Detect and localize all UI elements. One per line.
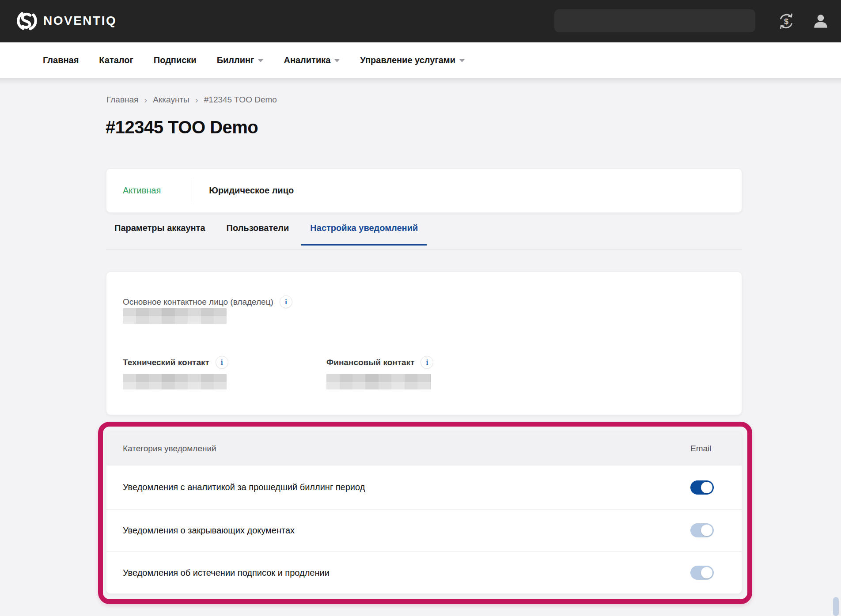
table-header-row: Категория уведомлений Email — [106, 432, 742, 465]
nav-item-label: Подписки — [154, 55, 197, 65]
notification-settings-table: Категория уведомлений Email Уведомления … — [106, 431, 742, 594]
currency-exchange-icon[interactable]: $ — [777, 11, 796, 31]
chevron-down-icon — [334, 59, 340, 62]
top-bar: NOVENTIQ $ — [0, 0, 841, 42]
tabs-underline-rule — [106, 249, 742, 249]
breadcrumb-home[interactable]: Главная — [106, 95, 138, 105]
technical-contact-label-text: Технический контакт — [123, 358, 209, 367]
account-status-card: Активная Юридическое лицо — [106, 168, 742, 213]
tab-users[interactable]: Пользователи — [218, 223, 298, 246]
chevron-down-icon — [258, 59, 263, 62]
contacts-card: Основное контактное лицо (владелец) i Те… — [106, 272, 742, 415]
nav-item-label: Главная — [43, 55, 79, 65]
nav-item-podpiski[interactable]: Подписки — [154, 55, 197, 65]
user-profile-icon[interactable] — [811, 11, 830, 31]
column-header-category: Категория уведомлений — [123, 432, 216, 465]
technical-contact-label: Технический контакт i — [123, 356, 228, 369]
breadcrumb-accounts[interactable]: Аккаунты — [153, 95, 189, 105]
notification-category-label: Уведомления с аналитикой за прошедший би… — [123, 465, 365, 509]
tab-notification-settings[interactable]: Настройка уведомлений — [301, 223, 427, 246]
chevron-down-icon — [459, 59, 465, 62]
nav-item-glavnaya[interactable]: Главная — [43, 55, 79, 65]
page-scrollbar-thumb[interactable] — [833, 597, 839, 616]
info-icon[interactable]: i — [280, 295, 292, 308]
info-icon[interactable]: i — [216, 356, 228, 369]
divider — [191, 178, 191, 204]
nav-item-label: Каталог — [99, 55, 133, 65]
svg-text:$: $ — [784, 17, 788, 26]
notification-category-label: Уведомления об истечении подписок и прод… — [123, 552, 330, 594]
info-icon[interactable]: i — [420, 356, 433, 369]
account-notifications-page: NOVENTIQ $ Главная Каталог Подписки Билл… — [0, 0, 841, 616]
owner-contact-label-text: Основное контактное лицо (владелец) — [123, 297, 273, 307]
financial-contact-label-text: Финансовый контакт — [326, 358, 414, 367]
table-row: Уведомления об истечении подписок и прод… — [106, 552, 742, 594]
financial-contact-label: Финансовый контакт i — [326, 356, 433, 369]
nav-item-analitika[interactable]: Аналитика — [284, 55, 340, 65]
technical-contact-redacted-value — [123, 374, 227, 389]
page-title: #12345 TOO Demo — [106, 117, 258, 137]
owner-contact-label: Основное контактное лицо (владелец) i — [123, 295, 292, 308]
toggle-knob — [701, 567, 712, 578]
tab-account-parameters[interactable]: Параметры аккаунта — [106, 223, 214, 246]
noventiq-logo[interactable]: NOVENTIQ — [15, 9, 117, 33]
financial-contact-redacted-value — [326, 374, 431, 389]
nav-item-label: Управление услугами — [360, 55, 455, 65]
entity-type-label: Юридическое лицо — [209, 185, 294, 196]
breadcrumb-current-account: #12345 TOO Demo — [204, 95, 277, 105]
noventiq-logo-text: NOVENTIQ — [43, 14, 117, 28]
nav-item-billing[interactable]: Биллинг — [217, 55, 264, 65]
email-toggle-closing-documents[interactable] — [690, 523, 714, 537]
nav-item-label: Биллинг — [217, 55, 254, 65]
nav-item-label: Аналитика — [284, 55, 330, 65]
owner-contact-redacted-value — [123, 308, 227, 324]
breadcrumb-separator: › — [144, 94, 147, 105]
breadcrumb-separator: › — [195, 94, 198, 105]
table-row: Уведомления с аналитикой за прошедший би… — [106, 465, 742, 510]
notification-category-label: Уведомления о закрывающих документах — [123, 510, 295, 551]
breadcrumb: Главная › Аккаунты › #12345 TOO Demo — [106, 94, 277, 105]
table-row: Уведомления о закрывающих документах — [106, 510, 742, 552]
main-nav: Главная Каталог Подписки Биллинг Аналити… — [0, 42, 841, 78]
nav-item-katalog[interactable]: Каталог — [99, 55, 133, 65]
noventiq-logo-icon — [15, 9, 39, 33]
column-header-email: Email — [690, 432, 712, 465]
toggle-knob — [701, 482, 712, 493]
email-toggle-analytics[interactable] — [690, 480, 714, 495]
email-toggle-subscription-expiry[interactable] — [690, 566, 714, 580]
nav-item-upravlenie-uslugami[interactable]: Управление услугами — [360, 55, 465, 65]
account-tabs: Параметры аккаунта Пользователи Настройк… — [106, 223, 427, 246]
status-badge: Активная — [123, 185, 161, 196]
search-input[interactable] — [554, 9, 755, 32]
toggle-knob — [701, 525, 712, 536]
